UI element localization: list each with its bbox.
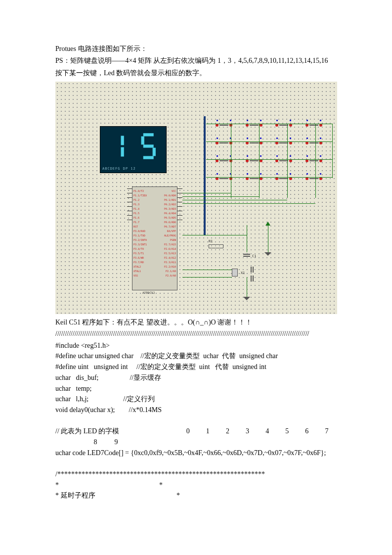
crystal-x1 bbox=[232, 269, 238, 277]
wire-keypad-h3 bbox=[206, 159, 332, 160]
key-16[interactable] bbox=[305, 175, 323, 183]
ground-icon bbox=[243, 297, 250, 300]
wire-keypad-h4 bbox=[206, 177, 332, 178]
mcu-at89c52: P1.0/T2 P1.1/T2EX P1.2 P1.3 P1.4 P1.5 P1… bbox=[132, 186, 177, 290]
mcu-pins-right: VCC P0.0/AD0 P0.1/AD1 P0.2/AD2 P0.3/AD3 … bbox=[164, 189, 176, 278]
code-lhj: uchar l,h,j; //定义行列 bbox=[55, 394, 337, 405]
cap-xtal-2 bbox=[251, 276, 254, 283]
mcu-pins-left: P1.0/T2 P1.1/T2EX P1.2 P1.3 P1.4 P1.5 P1… bbox=[133, 189, 147, 278]
comment-blank: * * bbox=[55, 480, 337, 491]
power-arrow-icon bbox=[265, 222, 270, 226]
wire-keypad-v2 bbox=[259, 124, 260, 198]
wire-xtal-h2 bbox=[182, 277, 232, 278]
code-block: #include <reg51.h> #define uchar unsigne… bbox=[55, 340, 337, 501]
digit-ones bbox=[135, 131, 162, 162]
key-10[interactable] bbox=[245, 157, 263, 165]
wire-xtal-h1 bbox=[182, 270, 232, 270]
ground-icon-2 bbox=[264, 252, 271, 256]
proteus-schematic: ABCDEFG DP 12 P1.0/T2 P1.1/T2EX P1.2 P1.… bbox=[55, 82, 337, 314]
segment-area bbox=[105, 131, 161, 162]
key-12[interactable] bbox=[305, 157, 323, 165]
capacitor-c1 bbox=[243, 254, 250, 257]
key-14[interactable] bbox=[245, 175, 263, 183]
key-3[interactable] bbox=[274, 121, 293, 129]
intro-line-1: Protues 电路连接图如下所示： bbox=[55, 44, 337, 54]
code-led7code: uchar code LED7Code[] = {0xc0,0xf9,~0x5B… bbox=[55, 448, 337, 459]
key-15[interactable] bbox=[274, 175, 293, 183]
wire-keypad-v-right bbox=[332, 124, 333, 178]
comment-top: /***************************************… bbox=[55, 469, 337, 480]
code-disbuf: uchar dis_buf; //显示缓存 bbox=[55, 372, 337, 383]
code-blank-1 bbox=[55, 416, 337, 426]
key-4[interactable] bbox=[305, 121, 323, 129]
code-include: #include <reg51.h> bbox=[55, 340, 337, 351]
intro-line-3: 按下某一按键，Led 数码管就会显示相应的数字。 bbox=[55, 68, 337, 79]
code-temp: uchar temp; bbox=[55, 383, 337, 394]
cap-label-c1: C1 bbox=[252, 254, 256, 259]
comment-title: * 延时子程序 * bbox=[55, 490, 337, 501]
intro-line-2: PS：矩阵键盘说明——4×4 矩阵 从左到右依次编码为 1，3，4,5,6,7,… bbox=[55, 55, 337, 66]
wire-mcu-out-1 bbox=[182, 193, 231, 193]
wire-rst-v bbox=[247, 225, 247, 252]
key-8[interactable] bbox=[305, 139, 323, 147]
key-6[interactable] bbox=[245, 139, 263, 147]
wire-keypad-v3 bbox=[287, 124, 288, 198]
wire-keypad-v1 bbox=[231, 124, 231, 198]
mcu-part-label: AT89C52 bbox=[142, 290, 155, 295]
wire-gnd-v bbox=[247, 277, 247, 297]
digit-tens bbox=[105, 131, 131, 162]
bus-wire-vertical bbox=[204, 116, 206, 235]
wire-keypad-h2 bbox=[206, 141, 332, 142]
wire-rst-h bbox=[182, 235, 247, 235]
key-2[interactable] bbox=[245, 121, 263, 129]
wire-keypad-h1 bbox=[206, 124, 332, 124]
crystal-label: X1 bbox=[241, 271, 245, 276]
led-table-row1: // 此表为 LED 的字模 0 1 2 3 4 5 6 7 bbox=[55, 426, 337, 437]
wire-mcu-out-4 bbox=[182, 203, 315, 204]
wire-keypad-v4 bbox=[315, 124, 316, 198]
display-pin-label: ABCDEFG DP 12 bbox=[102, 166, 164, 172]
key-7[interactable] bbox=[274, 139, 293, 147]
code-blank-2 bbox=[55, 458, 337, 469]
code-delay0: void delay0(uchar x); //x*0.14MS bbox=[55, 405, 337, 416]
cap-xtal-1 bbox=[251, 267, 254, 275]
wire-mcu-out-3 bbox=[182, 200, 287, 200]
code-define-uint: #define uint unsigned int //宏的定义变量类型 uin… bbox=[55, 362, 337, 372]
code-define-uchar: #define uchar unsigned char //宏的定义变量类型 u… bbox=[55, 351, 337, 362]
after-schematic-text: Keil C51 程序如下：有点不足 望改进。。。O(∩_∩)O 谢谢！！！ bbox=[55, 317, 337, 328]
wire-power-v bbox=[268, 225, 268, 252]
led-table-row2: 8 9 bbox=[55, 437, 337, 448]
resistor-r1: R1 bbox=[209, 239, 223, 248]
wire-mcu-out-2 bbox=[182, 196, 259, 197]
separator-slashes: ////////////////////////////////////////… bbox=[55, 329, 337, 338]
key-11[interactable] bbox=[274, 157, 293, 165]
seven-segment-display: ABCDEFG DP 12 bbox=[100, 126, 167, 173]
